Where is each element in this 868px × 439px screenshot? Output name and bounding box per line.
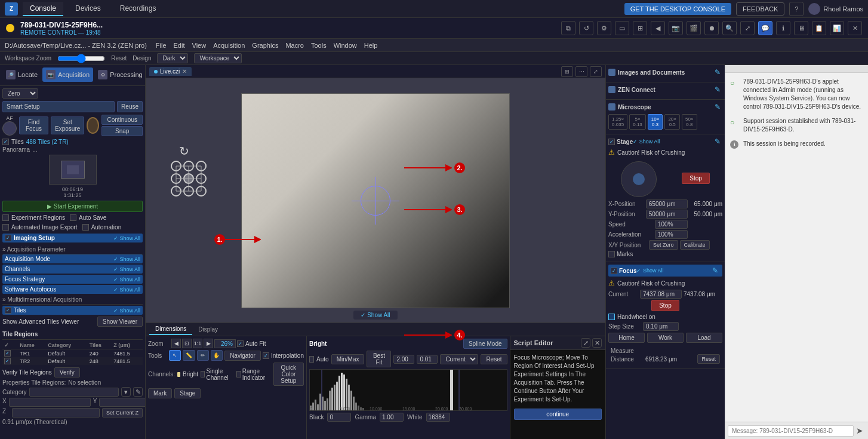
microscope-edit-button[interactable]: ✎ xyxy=(713,102,722,112)
help-icon[interactable]: ? xyxy=(789,2,804,16)
live-tab-close[interactable]: ✕ xyxy=(182,68,187,75)
snap-button[interactable]: Snap xyxy=(101,126,143,136)
zoom-in-button[interactable]: ▶ xyxy=(204,339,213,348)
set-exposure-button[interactable]: Set Exposure xyxy=(51,116,84,134)
focus-stop-button[interactable]: Stop xyxy=(651,300,679,311)
menu-edit[interactable]: Edit xyxy=(174,42,185,49)
speed-input[interactable] xyxy=(655,220,688,229)
zoom-fit-button[interactable]: ⊡ xyxy=(182,339,192,348)
start-experiment-button[interactable]: ▶ Start Experiment xyxy=(2,201,143,212)
y-input[interactable] xyxy=(99,398,145,407)
imaging-show-all[interactable]: ✓ Show All xyxy=(113,235,140,241)
load-button[interactable]: Load xyxy=(686,333,722,343)
dimensions-tab[interactable]: Dimensions xyxy=(149,324,192,335)
measure-tool[interactable]: 📏 xyxy=(183,350,195,361)
record-icon[interactable]: ⏺ xyxy=(704,21,719,35)
automation-checkbox[interactable] xyxy=(82,224,89,231)
show-all-button[interactable]: ✓ Show All xyxy=(353,311,397,320)
menu-acquisition[interactable]: Acquisition xyxy=(213,42,245,49)
channels-show-all[interactable]: ✓ Show All xyxy=(113,266,140,272)
zoom-100-button[interactable]: 1:1 xyxy=(193,339,202,348)
zero-selector[interactable]: Zero xyxy=(2,88,38,99)
feedback-button[interactable]: FEEDBACK xyxy=(736,2,784,16)
zoom-out-button[interactable]: ◀ xyxy=(171,339,181,348)
obj-20x[interactable]: 20×0.5 xyxy=(664,114,680,130)
auto-checkbox[interactable] xyxy=(309,356,314,363)
workspace-zoom-slider[interactable] xyxy=(57,54,105,63)
auto-save-checkbox[interactable] xyxy=(70,214,76,221)
navigator-button[interactable]: Navigator xyxy=(224,351,261,361)
quick-color-button[interactable]: Quick Color Setup xyxy=(273,363,304,386)
marks-checkbox[interactable] xyxy=(608,251,615,257)
set-current-z-button[interactable]: Set Current Z xyxy=(102,408,143,417)
step-size-input[interactable] xyxy=(643,322,679,331)
handwheel-checkbox[interactable] xyxy=(608,314,615,320)
obj-10x[interactable]: 10×0.3 xyxy=(648,114,663,130)
locate-module[interactable]: 🔎 Locate xyxy=(2,67,41,82)
category-input[interactable] xyxy=(29,388,119,397)
refresh-icon[interactable]: ↺ xyxy=(579,21,593,35)
obj-1-25x[interactable]: 1.25×0.035 xyxy=(608,114,627,130)
stage-show-all[interactable]: ✓ Show All xyxy=(633,139,660,145)
stage-joystick-control[interactable] xyxy=(621,161,657,197)
x-pos-input[interactable] xyxy=(646,199,688,208)
display-input-1[interactable] xyxy=(393,355,414,364)
imaging-setup-checkbox[interactable] xyxy=(5,235,11,241)
display-reset-button[interactable]: Reset xyxy=(481,354,507,364)
monitor-icon[interactable]: ▭ xyxy=(615,21,629,35)
pointer-tool[interactable]: ↖ xyxy=(169,350,181,361)
display-tab[interactable]: Display xyxy=(192,324,224,334)
script-close-icon[interactable]: ✕ xyxy=(592,338,602,348)
video-icon[interactable]: 🎬 xyxy=(687,21,701,35)
chart-icon[interactable]: 📊 xyxy=(830,21,844,35)
display-mode-select[interactable]: Current xyxy=(440,354,478,364)
tab-recordings[interactable]: Recordings xyxy=(113,2,164,16)
chat-send-button[interactable]: ➤ xyxy=(854,425,866,437)
draw-tool[interactable]: ✏ xyxy=(197,350,209,361)
menu-tools[interactable]: Tools xyxy=(311,42,327,49)
focus-strategy-show-all[interactable]: ✓ Show All xyxy=(113,277,140,283)
x-input[interactable] xyxy=(9,398,91,407)
stage-stop-button[interactable]: Stop xyxy=(682,173,710,184)
single-channel-checkbox[interactable] xyxy=(201,371,205,377)
gamma-value-input[interactable] xyxy=(380,413,404,422)
acquisition-module[interactable]: 📷 Acquisition xyxy=(42,67,93,82)
menu-file[interactable]: File xyxy=(156,42,167,49)
focus-checkbox[interactable] xyxy=(611,268,617,274)
auto-fit-checkbox[interactable] xyxy=(237,340,244,347)
menu-view[interactable]: View xyxy=(192,42,207,49)
work-button[interactable]: Work xyxy=(647,333,684,343)
obj-5x[interactable]: 5×0.13 xyxy=(629,114,646,130)
show-viewer-button[interactable]: Show Viewer xyxy=(97,317,143,327)
auto-image-export-checkbox[interactable] xyxy=(2,224,9,231)
menu-help[interactable]: Help xyxy=(364,42,378,49)
focus-show-all[interactable]: ✓ Show All xyxy=(636,268,663,274)
menu-window[interactable]: Window xyxy=(334,42,357,49)
chat-input[interactable] xyxy=(728,425,854,437)
interpolation-checkbox[interactable] xyxy=(263,352,269,359)
close-icon[interactable]: ✕ xyxy=(848,21,862,35)
search-icon[interactable]: 🔍 xyxy=(722,21,737,35)
menu-macro[interactable]: Macro xyxy=(285,42,304,49)
calibrate-button[interactable]: Calibrate xyxy=(680,240,710,250)
smart-setup-button[interactable]: Smart Setup xyxy=(2,101,115,112)
y-pos-input[interactable] xyxy=(646,210,688,219)
stage-checkbox[interactable] xyxy=(608,139,615,145)
dots-icon[interactable]: ⋯ xyxy=(575,66,587,77)
design-selector[interactable]: Dark Light xyxy=(157,53,188,63)
grid-icon[interactable]: ⊞ xyxy=(561,66,573,77)
stage-button[interactable]: Stage xyxy=(174,388,201,398)
minmax-button[interactable]: Min/Max xyxy=(331,354,365,364)
zen-connect-edit-button[interactable]: ✎ xyxy=(713,85,722,94)
focus-edit-button[interactable]: ✎ xyxy=(710,266,720,275)
tr1-checkbox[interactable] xyxy=(4,350,11,357)
copy-icon[interactable]: ⧉ xyxy=(561,21,575,35)
spline-mode-button[interactable]: Spline Mode xyxy=(463,339,507,349)
tiles-section-checkbox[interactable] xyxy=(5,307,11,314)
script-expand-icon[interactable]: ⤢ xyxy=(581,338,590,348)
accel-input[interactable] xyxy=(655,230,688,239)
exp-regions-checkbox[interactable] xyxy=(2,214,9,221)
chat-active-icon[interactable]: 💬 xyxy=(758,21,772,35)
range-indicator-checkbox[interactable] xyxy=(236,371,241,377)
verify-button[interactable]: Verify xyxy=(54,367,80,377)
